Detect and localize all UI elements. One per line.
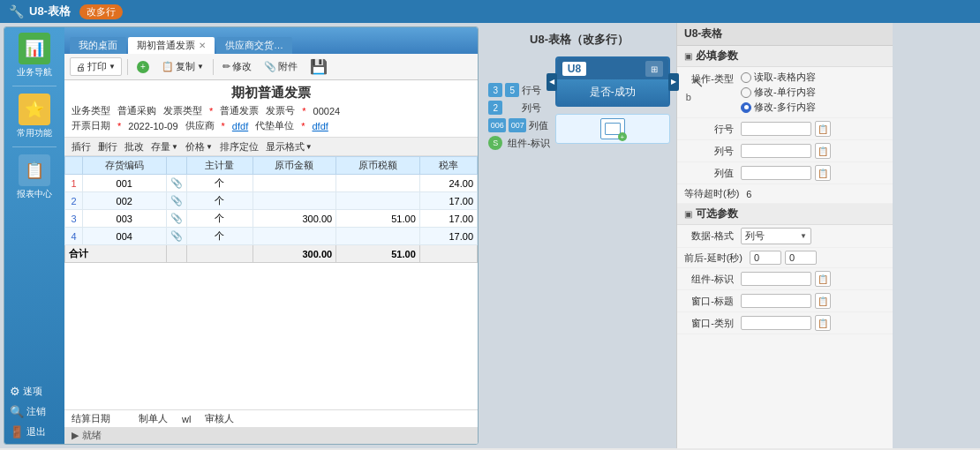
sidebar-exit-label: 退出 [26, 425, 46, 439]
sidebar-logout-label: 注销 [26, 405, 46, 418]
invoice-num-value: 00024 [313, 106, 341, 116]
tab-my-desktop[interactable]: 我的桌面 [70, 37, 126, 54]
col-value-icon-btn[interactable]: 📋 [815, 165, 831, 181]
connector-row-1: 3 5 行号 [488, 83, 550, 97]
copy-icon: 📋 [162, 61, 174, 72]
node-action-btn[interactable]: ⊞ [645, 61, 663, 77]
biz-type-label: 业务类型 [72, 104, 110, 117]
data-format-label: 数据-格式 [684, 229, 737, 243]
sum-row: 合计 300.00 51.00 [65, 245, 478, 263]
u8-badge: U8 [568, 63, 581, 75]
data-format-select[interactable]: 列号 ▼ [741, 228, 811, 244]
attachment-button[interactable]: 📎 附件 [260, 58, 301, 75]
toolbar-stock[interactable]: 存量▼ [151, 140, 178, 154]
left-sidebar: 📊 业务导航 ⭐ 常用功能 📋 报表中心 ⚙迷项 🔍注销 🚪退出 [4, 27, 64, 444]
component-id-input[interactable] [741, 272, 811, 286]
print-button[interactable]: 🖨 打印 ▼ [70, 57, 122, 76]
page-title: 期初普通发票 [64, 80, 478, 104]
supplier-value: dfdf [232, 121, 248, 131]
row-num-input[interactable] [741, 122, 811, 136]
copy-label: 复制 [176, 60, 195, 73]
sidebar-report-label: 报表中心 [17, 188, 52, 200]
print-arrow: ▼ [109, 63, 116, 71]
node-left-btn[interactable]: ◀ [547, 73, 557, 91]
radio-modify-multi[interactable]: 修改-多行内容 [741, 101, 816, 114]
toolbar-format[interactable]: 显示格式▼ [266, 140, 313, 154]
window-title-icon-btn[interactable]: 📋 [815, 293, 831, 309]
sidebar-nav-label: 业务导航 [17, 66, 52, 79]
add-badge-icon: + [618, 132, 627, 141]
save-button[interactable]: 💾 [306, 56, 331, 77]
wait-timeout-value: 6 [746, 189, 751, 199]
row-num-label: 行号 [684, 123, 737, 136]
invoice-type-label: 发票类型 [163, 104, 202, 117]
flow-node: U8 ⊞ 是否-成功 ◀ ▶ b ↖ [555, 56, 670, 144]
required-section-header[interactable]: ▣ 必填参数 [677, 46, 893, 67]
radio-read[interactable]: 读取-表格内容 [741, 71, 816, 84]
tab-supplier[interactable]: 供应商交货… [216, 37, 292, 54]
toolbar-price[interactable]: 价格▼ [185, 140, 213, 154]
top-bar-icon: 🔧 [9, 4, 24, 19]
creator-value: wl [182, 414, 191, 424]
row-num-icon-btn[interactable]: 📋 [815, 121, 831, 137]
new-button[interactable]: + [133, 59, 153, 75]
window-type-icon-btn[interactable]: 📋 [815, 315, 831, 331]
top-bar-title: U8-表格 [29, 4, 71, 19]
sidebar-item-report[interactable]: 📋 报表中心 [17, 154, 52, 200]
connector-label-1: 行号 [522, 84, 541, 97]
top-bar-badge[interactable]: 改多行 [79, 4, 123, 19]
modify-button[interactable]: ✏ 修改 [219, 58, 255, 75]
sidebar-favorite-label: 常用功能 [17, 127, 52, 139]
sidebar-item-nav[interactable]: 📊 业务导航 [17, 33, 52, 79]
window-title-row: 窗口-标题 📋 [677, 290, 893, 312]
consignee-value: dfdf [312, 121, 328, 131]
window-title-input[interactable] [741, 294, 811, 308]
invoice-type-value: 普通发票 [220, 104, 259, 117]
col-amount: 原币金额 [253, 157, 336, 175]
tab-invoice[interactable]: 期初普通发票 ✕ [128, 37, 215, 54]
col-value-input[interactable] [741, 166, 811, 180]
component-id-icon-btn[interactable]: 📋 [815, 271, 831, 287]
delay-label: 前后-延时(秒) [684, 251, 746, 265]
col-value-row: 列值 📋 [677, 162, 893, 184]
window-type-input[interactable] [741, 316, 811, 330]
copy-button[interactable]: 📋 复制 ▼ [158, 58, 207, 75]
sidebar-item-logout[interactable]: 🔍注销 [10, 405, 59, 418]
save-icon: 💾 [310, 59, 328, 74]
sidebar-item-favorite[interactable]: ⭐ 常用功能 [17, 94, 52, 139]
col-num-input[interactable] [741, 144, 811, 158]
col-rate: 税率 [419, 157, 477, 175]
date-value: 2022-10-09 [128, 121, 177, 131]
flow-title: U8-表格（改多行） [530, 32, 629, 48]
operation-type-row: 操作-类型 读取-表格内容 修改-单行内容 修改-多行内容 [677, 67, 893, 118]
connector-row-3: 006 007 列值 [488, 118, 550, 132]
data-format-row: 数据-格式 列号 ▼ [677, 225, 893, 248]
radio-modify-multi-label: 修改-多行内容 [754, 101, 816, 114]
optional-section-label: 可选参数 [696, 206, 738, 221]
flow-area: U8-表格（改多行） 3 5 行号 2 列号 006 007 列值 [482, 23, 676, 448]
component-id-label: 组件-标识 [684, 273, 737, 286]
right-panel: U8-表格 ▣ 必填参数 操作-类型 读取-表格内容 修改-单行内容 [676, 23, 893, 448]
sidebar-item-exit[interactable]: 🚪退出 [10, 425, 59, 439]
sidebar-item-settings[interactable]: ⚙迷项 [10, 385, 59, 398]
attachment-icon: 📎 [264, 61, 276, 72]
col-num-icon-btn[interactable]: 📋 [815, 143, 831, 159]
toolbar-batch[interactable]: 批改 [124, 140, 144, 154]
status-bar: ▶ 就绪 [64, 427, 478, 444]
table-row: 2 002 📎 个 17.00 [65, 192, 478, 210]
optional-section-toggle: ▣ [684, 209, 692, 219]
toolbar-sort[interactable]: 排序定位 [220, 140, 259, 154]
toolbar-delete[interactable]: 删行 [98, 140, 117, 154]
radio-modify-single[interactable]: 修改-单行内容 [741, 86, 816, 99]
table-row: 1 001 📎 个 24.00 [65, 175, 478, 192]
delay-before-input[interactable] [750, 251, 781, 265]
node-title: 是否-成功 [590, 86, 636, 98]
supplier-label: 供应商 [185, 119, 215, 132]
toolbar-insert[interactable]: 插行 [72, 140, 91, 154]
delay-row: 前后-延时(秒) [677, 248, 893, 268]
tab-invoice-close[interactable]: ✕ [199, 41, 206, 50]
node-right-btn[interactable]: ▶ [668, 73, 679, 91]
optional-section-header[interactable]: ▣ 可选参数 [677, 204, 893, 225]
delay-after-input[interactable] [785, 251, 817, 265]
biz-type-value: 普通采购 [117, 104, 156, 117]
